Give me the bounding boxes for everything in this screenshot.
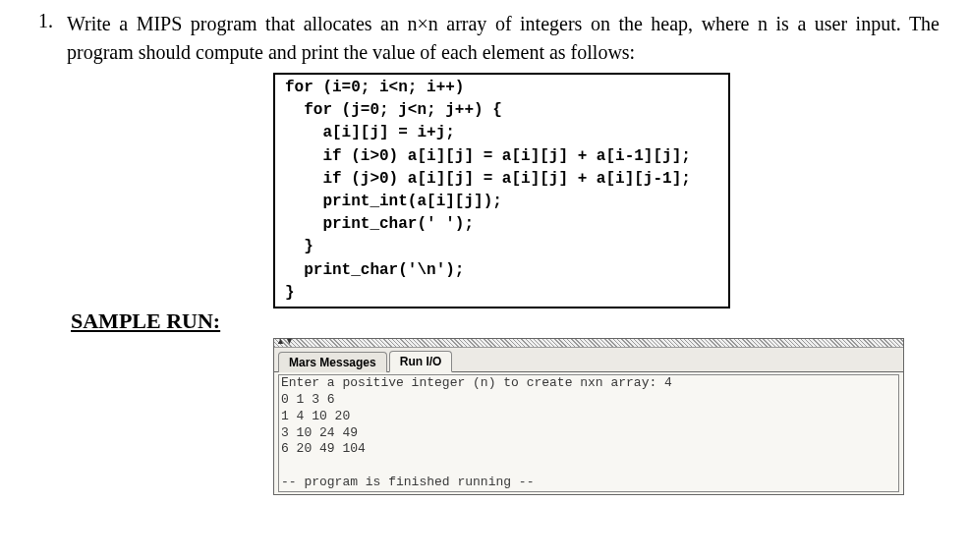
question-block: 1. Write a MIPS program that allocates a… — [29, 10, 940, 67]
tab-bar: Mars Messages Run I/O — [274, 348, 903, 372]
console-output: Enter a positive integer (n) to create n… — [278, 374, 899, 492]
sample-run-heading: SAMPLE RUN: — [71, 308, 940, 334]
code-block: for (i=0; i<n; i++) for (j=0; j<n; j++) … — [273, 73, 730, 308]
question-number: 1. — [29, 10, 53, 32]
panel-arrows-icon[interactable]: ▲▼ — [276, 336, 294, 346]
console-area: Enter a positive integer (n) to create n… — [274, 372, 903, 494]
panel-drag-handle[interactable]: ▲▼ — [274, 339, 903, 348]
ide-panel: ▲▼ Mars Messages Run I/O Enter a positiv… — [273, 338, 904, 495]
tab-run-io[interactable]: Run I/O — [389, 351, 453, 372]
question-text: Write a MIPS program that allocates an n… — [67, 10, 940, 67]
tab-mars-messages[interactable]: Mars Messages — [278, 352, 387, 372]
